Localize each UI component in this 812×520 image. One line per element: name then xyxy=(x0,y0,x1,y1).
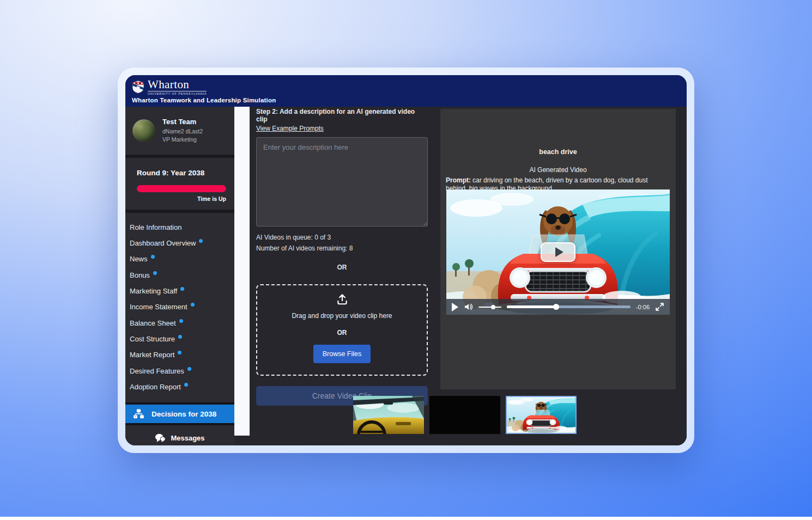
org-chart-icon: ? xyxy=(133,408,144,420)
dropzone-label: Drag and drop your video clip here xyxy=(292,312,392,320)
sidebar-item-market-report[interactable]: Market Report xyxy=(125,347,234,363)
notification-dot xyxy=(199,239,203,243)
player-progress-knob[interactable] xyxy=(553,304,559,310)
app-header: Wharton University of Pennsylvania Whart… xyxy=(125,75,687,107)
beach-drive-thumbnail-image xyxy=(507,397,575,433)
decisions-button[interactable]: ? Decisions for 2038 xyxy=(125,402,234,425)
sidebar-item-label: Market Report xyxy=(130,351,174,359)
university-name: University of Pennsylvania xyxy=(148,91,207,95)
clip-title: beach drive xyxy=(440,148,676,156)
clip-type-label: AI Generated Video xyxy=(440,166,676,174)
video-thumbnail-black[interactable] xyxy=(429,396,500,434)
video-thumbnail-dashboard[interactable] xyxy=(353,396,424,434)
notification-dot xyxy=(180,287,184,291)
app-window-frame: Wharton University of Pennsylvania Whart… xyxy=(118,68,694,453)
queue-status: AI Videos in queue: 0 of 3 xyxy=(256,234,428,241)
round-progress-fill xyxy=(137,185,226,192)
member-role: VP Marketing xyxy=(162,136,203,144)
sidebar-item-income-statement[interactable]: Income Statement xyxy=(125,299,234,315)
decisions-button-label: Decisions for 2038 xyxy=(152,410,216,418)
player-progress-fill xyxy=(507,305,556,308)
fullscreen-icon[interactable] xyxy=(655,302,664,311)
notification-dot xyxy=(187,367,191,371)
play-icon xyxy=(555,247,563,257)
video-preview-panel: beach drive AI Generated Video Prompt:ca… xyxy=(440,109,676,389)
upload-icon xyxy=(336,292,349,305)
prompt-label: Prompt: xyxy=(446,176,471,184)
video-player[interactable]: -0:06 xyxy=(446,189,670,315)
notification-dot xyxy=(191,303,195,307)
dropzone-or-divider: OR xyxy=(337,329,347,337)
notification-dot xyxy=(153,271,157,275)
notification-dot xyxy=(151,255,155,259)
sidebar-item-desired-features[interactable]: Desired Features xyxy=(125,363,234,379)
sidebar-item-label: Bonus xyxy=(130,271,150,279)
player-play-button[interactable] xyxy=(452,303,458,311)
sidebar-item-bonus[interactable]: Bonus xyxy=(125,267,234,283)
timer-status: Time is Up xyxy=(137,195,226,202)
sidebar: Test Team dName2 dLast2 VP Marketing Rou… xyxy=(125,107,234,445)
round-progress-bar xyxy=(137,185,226,192)
dashboard-thumbnail-image xyxy=(353,396,424,434)
member-name: dName2 dLast2 xyxy=(162,127,203,136)
notification-dot xyxy=(179,319,183,323)
sidebar-item-label: Income Statement xyxy=(130,303,187,311)
wharton-logo: Wharton University of Pennsylvania xyxy=(132,79,680,95)
app-title: Wharton Teamwork and Leadership Simulati… xyxy=(132,97,680,103)
user-block: Test Team dName2 dLast2 VP Marketing xyxy=(125,107,234,155)
messages-button-label: Messages xyxy=(171,434,204,442)
penn-shield-icon xyxy=(132,80,144,94)
sidebar-item-label: News xyxy=(130,255,148,264)
chat-bubbles-icon xyxy=(155,433,166,443)
sidebar-nav: Role InformationDashboard OverviewNewsBo… xyxy=(125,213,234,398)
play-button-overlay[interactable] xyxy=(541,242,575,262)
sidebar-item-label: Marketing Staff xyxy=(130,287,177,295)
sidebar-item-label: Role Information xyxy=(130,223,181,231)
time-remaining: -0:06 xyxy=(636,304,650,310)
description-input[interactable] xyxy=(256,137,428,227)
round-block: Round 9: Year 2038 Time is Up xyxy=(125,158,234,210)
messages-button[interactable]: Messages xyxy=(125,425,234,445)
svg-text:?: ? xyxy=(135,415,136,418)
volume-slider[interactable] xyxy=(478,307,501,308)
sidebar-item-label: Balance Sheet xyxy=(130,319,176,327)
video-form-column: Step 2: Add a description for an AI gene… xyxy=(256,108,428,406)
player-progress-bar[interactable] xyxy=(507,305,631,308)
view-example-prompts-link[interactable]: View Example Prompts xyxy=(256,125,324,132)
main-content: Step 2: Add a description for an AI gene… xyxy=(250,107,687,445)
volume-icon[interactable] xyxy=(464,302,473,311)
sidebar-item-balance-sheet[interactable]: Balance Sheet xyxy=(125,315,234,331)
sidebar-item-dashboard-overview[interactable]: Dashboard Overview xyxy=(125,235,234,251)
remaining-status: Number of AI videos remaining: 8 xyxy=(256,244,428,252)
browse-files-button[interactable]: Browse Files xyxy=(313,345,371,363)
notification-dot xyxy=(184,383,188,387)
sidebar-item-label: Cost Structure xyxy=(130,335,175,343)
video-dropzone[interactable]: Drag and drop your video clip here OR Br… xyxy=(256,284,428,376)
notification-dot xyxy=(178,335,182,339)
video-thumbnail-beach-drive[interactable] xyxy=(506,396,577,434)
sidebar-item-label: Desired Features xyxy=(130,367,184,375)
clip-thumbnail-row xyxy=(353,396,577,434)
scrollbar-track[interactable] xyxy=(234,107,250,436)
team-avatar xyxy=(132,119,155,142)
sidebar-item-adoption-report[interactable]: Adoption Report xyxy=(125,379,234,395)
team-name: Test Team xyxy=(162,118,203,126)
volume-knob[interactable] xyxy=(491,305,495,309)
sidebar-item-news[interactable]: News xyxy=(125,251,234,267)
or-divider: OR xyxy=(256,264,428,271)
round-title: Round 9: Year 2038 xyxy=(137,169,226,177)
step-heading: Step 2: Add a description for an AI gene… xyxy=(256,108,428,123)
player-controls: -0:06 xyxy=(446,299,670,315)
sidebar-item-role-information[interactable]: Role Information xyxy=(125,219,234,235)
notification-dot xyxy=(178,351,181,354)
sidebar-item-label: Dashboard Overview xyxy=(130,239,196,247)
sidebar-item-cost-structure[interactable]: Cost Structure xyxy=(125,331,234,347)
app-window: Wharton University of Pennsylvania Whart… xyxy=(125,75,687,445)
desktop-background: Wharton University of Pennsylvania Whart… xyxy=(0,0,812,520)
brand-name: Wharton xyxy=(148,79,207,90)
sidebar-item-marketing-staff[interactable]: Marketing Staff xyxy=(125,283,234,299)
sidebar-item-label: Adoption Report xyxy=(130,383,181,391)
